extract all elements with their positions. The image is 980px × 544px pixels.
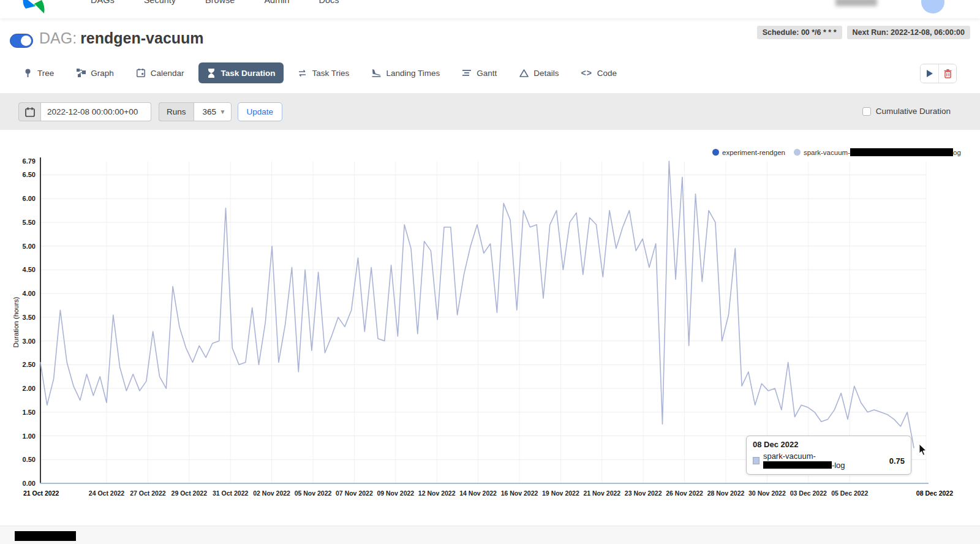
gantt-bars-icon: [462, 68, 472, 78]
svg-text:5.00: 5.00: [23, 243, 36, 250]
svg-text:23 Nov 2022: 23 Nov 2022: [625, 489, 662, 497]
tab-label: Tree: [37, 69, 54, 78]
svg-text:08 Dec 2022: 08 Dec 2022: [916, 489, 953, 497]
tab-landing-times[interactable]: Landing Times: [363, 62, 448, 83]
calendar-icon: [136, 68, 146, 78]
svg-text:6.50: 6.50: [23, 171, 36, 178]
svg-text:14 Nov 2022: 14 Nov 2022: [459, 489, 497, 497]
svg-text:2.50: 2.50: [23, 361, 36, 368]
trigger-dag-button[interactable]: [921, 64, 938, 83]
svg-text:4.00: 4.00: [23, 290, 36, 297]
trash-icon: [944, 69, 952, 78]
redaction-bar: [763, 461, 832, 469]
calendar-icon: [25, 107, 35, 117]
base-date-input[interactable]: [41, 102, 151, 121]
nav-menu: DAGs Security Browse Admin Docs: [91, 0, 339, 7]
svg-text:31 Oct 2022: 31 Oct 2022: [213, 489, 249, 497]
svg-text:21 Nov 2022: 21 Nov 2022: [583, 489, 620, 497]
runs-label: Runs: [159, 102, 194, 121]
avatar[interactable]: [921, 0, 944, 13]
nav-item-security[interactable]: Security: [144, 0, 176, 7]
svg-text:2.00: 2.00: [23, 385, 36, 392]
airflow-logo-icon[interactable]: [20, 0, 48, 18]
pin-icon: [23, 68, 32, 78]
svg-text:5.50: 5.50: [23, 219, 36, 226]
tab-label: Code: [597, 69, 617, 78]
tab-label: Task Tries: [312, 69, 350, 78]
svg-text:12 Nov 2022: 12 Nov 2022: [418, 489, 456, 497]
tab-label: Details: [533, 69, 559, 78]
play-icon: [926, 70, 933, 77]
num-runs-select[interactable]: 365 ▼: [194, 102, 232, 121]
svg-text:1.50: 1.50: [23, 409, 36, 416]
schedule-badge: Schedule: 00 */6 * * *: [757, 26, 842, 39]
tab-code[interactable]: <> Code: [573, 62, 625, 83]
chevron-down-icon: ▼: [220, 108, 226, 115]
date-picker-button[interactable]: [18, 102, 41, 121]
svg-text:30 Nov 2022: 30 Nov 2022: [748, 489, 786, 497]
hourglass-icon: [206, 68, 216, 78]
nav-item-admin[interactable]: Admin: [264, 0, 289, 7]
view-tabs-row: Tree Graph Calendar Task Duration Task T…: [0, 60, 980, 88]
svg-text:3.00: 3.00: [23, 338, 36, 345]
svg-text:0.50: 0.50: [23, 456, 36, 463]
tooltip-series-label: spark-vacuum--log: [763, 451, 883, 470]
top-nav-bar: DAGs Security Browse Admin Docs: [0, 0, 980, 18]
redacted-text-bar: [15, 531, 76, 541]
svg-text:09 Nov 2022: 09 Nov 2022: [377, 489, 414, 497]
tab-task-tries[interactable]: Task Tries: [290, 62, 358, 83]
svg-text:1.00: 1.00: [23, 433, 36, 440]
next-run-badge: Next Run: 2022-12-08, 06:00:00: [847, 26, 970, 39]
tab-calendar[interactable]: Calendar: [128, 62, 192, 83]
svg-text:6.00: 6.00: [23, 195, 36, 202]
clock-text: [835, 0, 877, 6]
svg-text:19 Nov 2022: 19 Nov 2022: [542, 489, 579, 497]
svg-text:28 Nov 2022: 28 Nov 2022: [707, 489, 745, 497]
tab-label: Landing Times: [386, 69, 440, 78]
chart-tooltip: 08 Dec 2022 spark-vacuum--log 0.75: [746, 436, 911, 475]
tab-label: Calendar: [151, 69, 184, 78]
tab-gantt[interactable]: Gantt: [454, 62, 505, 83]
filter-bar: Runs 365 ▼ Update Cumulative Duration: [0, 93, 980, 130]
dag-pause-toggle[interactable]: [10, 34, 33, 48]
nav-item-dags[interactable]: DAGs: [91, 0, 115, 7]
tooltip-value: 0.75: [889, 456, 905, 466]
tab-label: Gantt: [477, 69, 497, 78]
nav-item-browse[interactable]: Browse: [205, 0, 235, 7]
graph-nodes-icon: [76, 68, 86, 78]
svg-text:0.00: 0.00: [23, 480, 36, 487]
warning-triangle-icon: [519, 68, 529, 78]
svg-text:02 Nov 2022: 02 Nov 2022: [253, 489, 290, 497]
repeat-icon: [298, 68, 307, 78]
svg-text:26 Nov 2022: 26 Nov 2022: [666, 489, 703, 497]
svg-text:07 Nov 2022: 07 Nov 2022: [336, 489, 373, 497]
svg-text:05 Dec 2022: 05 Dec 2022: [831, 489, 868, 497]
svg-text:16 Nov 2022: 16 Nov 2022: [501, 489, 538, 497]
footer: [0, 526, 980, 544]
cumulative-duration-checkbox[interactable]: [862, 107, 871, 116]
tab-label: Task Duration: [221, 69, 276, 78]
dag-label: DAG:: [39, 29, 77, 47]
svg-text:Duration (hours): Duration (hours): [12, 297, 20, 347]
update-button[interactable]: Update: [238, 102, 283, 121]
svg-text:03 Dec 2022: 03 Dec 2022: [790, 489, 827, 497]
tab-details[interactable]: Details: [511, 62, 567, 83]
svg-text:05 Nov 2022: 05 Nov 2022: [295, 489, 332, 497]
svg-text:21 Oct 2022: 21 Oct 2022: [23, 489, 59, 497]
cumulative-duration-label: Cumulative Duration: [876, 107, 951, 116]
dag-name: rendgen-vacuum: [80, 29, 203, 47]
tab-label: Graph: [91, 69, 114, 78]
nav-item-docs[interactable]: Docs: [319, 0, 339, 7]
svg-text:27 Oct 2022: 27 Oct 2022: [130, 489, 166, 497]
svg-text:6.79: 6.79: [23, 157, 36, 165]
tab-task-duration[interactable]: Task Duration: [198, 62, 284, 83]
plane-landing-icon: [371, 68, 381, 78]
tab-graph[interactable]: Graph: [68, 62, 122, 83]
mouse-cursor: [919, 444, 929, 459]
svg-text:24 Oct 2022: 24 Oct 2022: [89, 489, 125, 497]
svg-text:4.50: 4.50: [23, 266, 36, 273]
delete-dag-button[interactable]: [938, 64, 956, 83]
svg-text:3.50: 3.50: [23, 314, 36, 321]
tab-tree[interactable]: Tree: [15, 62, 62, 83]
runs-value: 365: [203, 107, 217, 116]
